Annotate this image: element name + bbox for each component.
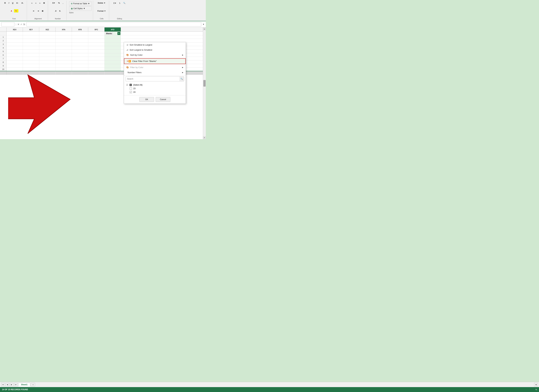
cell-0-xfa[interactable]	[56, 32, 72, 35]
cell-11-xfa[interactable]	[56, 71, 72, 75]
filter-cancel-button[interactable]: Cancel	[156, 97, 170, 102]
col-header-xfb[interactable]: XFB	[72, 27, 88, 32]
fill-button[interactable]: ⤵	[118, 1, 121, 5]
cell-2-xfb[interactable]	[72, 39, 88, 42]
sort-by-color-item[interactable]: 🎨 Sort by Color ▶	[124, 53, 186, 58]
cell-1-xez[interactable]	[39, 35, 56, 39]
align-center-button[interactable]: ≡	[34, 1, 37, 5]
item-24-checkbox[interactable]: ✓	[130, 91, 132, 93]
italic-button[interactable]: I	[8, 1, 10, 5]
cell-11-xfd[interactable]	[105, 71, 121, 75]
filter-ok-button[interactable]: OK	[139, 97, 154, 102]
percent-button[interactable]: %	[57, 1, 61, 5]
scroll-down-arrow[interactable]: ▼	[203, 136, 206, 139]
cell-4-xfd[interactable]	[105, 46, 121, 49]
cell-9-xfa[interactable]	[56, 64, 72, 68]
col-header-xez[interactable]: XEZ	[39, 27, 56, 32]
delete-button[interactable]: Delete ▼	[97, 1, 107, 5]
cell-7-xfa[interactable]	[56, 57, 72, 60]
cell-7-xfb[interactable]	[72, 57, 88, 60]
scroll-thumb[interactable]	[203, 80, 206, 87]
cell-6-xfc[interactable]	[88, 53, 105, 57]
merge-button[interactable]: ⊠	[41, 9, 44, 13]
cell-7-xex[interactable]	[6, 57, 23, 60]
cell-11-xez[interactable]	[39, 71, 56, 75]
select-all-checkbox[interactable]: ■	[130, 84, 132, 86]
scroll-up-arrow[interactable]: ▲	[203, 27, 206, 30]
format-as-table-button[interactable]: ⊞ Format as Table ▼	[69, 1, 92, 6]
cell-0-xfc[interactable]	[88, 32, 105, 35]
autosum-button[interactable]: Σ▼	[112, 1, 118, 5]
fx-icon[interactable]: fx	[23, 23, 25, 26]
cell-4-xfc[interactable]	[88, 46, 105, 49]
sort-largest-item[interactable]: ↓Z Sort Largest to Smallest	[124, 47, 186, 53]
cell-7-xfd[interactable]	[105, 57, 121, 60]
col-header-xex[interactable]: XEX	[6, 27, 23, 32]
decimal-dec-button[interactable]: 0.	[58, 9, 62, 13]
col-header-xfd[interactable]: XFD	[105, 27, 121, 32]
cell-0-xez[interactable]	[39, 32, 56, 35]
font-size-down-button[interactable]: A↓	[20, 1, 25, 5]
cell-11-xfb[interactable]	[72, 71, 88, 75]
cell-5-xfb[interactable]	[72, 50, 88, 53]
cell-10-xfd[interactable]	[105, 68, 121, 71]
cell-6-xez[interactable]	[39, 53, 56, 57]
formula-bar-expand-icon[interactable]: ▼	[202, 23, 204, 25]
search-icon[interactable]: 🔍	[179, 77, 184, 81]
cell-7-xey[interactable]	[23, 57, 39, 60]
font-color-button[interactable]: A	[10, 9, 13, 13]
cell-1-xfb[interactable]	[72, 35, 88, 39]
decimal-inc-button[interactable]: .0	[54, 9, 58, 13]
cancel-icon[interactable]: ✕	[18, 23, 19, 26]
cell-10-xfc[interactable]	[88, 68, 105, 71]
cell-5-xey[interactable]	[23, 50, 39, 53]
underline-button[interactable]: U	[11, 1, 14, 5]
cell-2-xez[interactable]	[39, 39, 56, 42]
increase-indent-button[interactable]: ⇥	[36, 9, 40, 13]
cell-11-xey[interactable]	[23, 71, 39, 75]
cell-3-xey[interactable]	[23, 43, 39, 46]
cell-0-xfd[interactable]: Blanks ▼	[105, 32, 121, 35]
cell-9-xey[interactable]	[23, 64, 39, 68]
align-right-button[interactable]: ≡	[38, 1, 42, 5]
cell-10-xfb[interactable]	[72, 68, 88, 71]
filter-select-all-item[interactable]: ☑ ■ (Select All)	[126, 83, 184, 87]
cell-0-xey[interactable]	[23, 32, 39, 35]
cell-5-xfd[interactable]	[105, 50, 121, 53]
cell-8-xey[interactable]	[23, 60, 39, 64]
cell-8-xez[interactable]	[39, 60, 56, 64]
cell-5-xfc[interactable]	[88, 50, 105, 53]
cell-0-xfb[interactable]	[72, 32, 88, 35]
cell-1-xfd[interactable]	[105, 35, 121, 39]
find-button[interactable]: 🔍	[122, 1, 127, 5]
currency-button[interactable]: $▼	[51, 1, 56, 5]
cell-4-xex[interactable]	[6, 46, 23, 49]
cell-5-xfa[interactable]	[56, 50, 72, 53]
align-left-button[interactable]: ≡	[30, 1, 34, 5]
number-filters-item[interactable]: Number Filters ▶	[124, 70, 186, 75]
cell-0-xex[interactable]	[6, 32, 23, 35]
filter-search-input[interactable]	[126, 77, 179, 81]
cell-4-xez[interactable]	[39, 46, 56, 49]
filter-item-23[interactable]: 23	[126, 87, 184, 90]
cell-3-xfa[interactable]	[56, 43, 72, 46]
cell-2-xfc[interactable]	[88, 39, 105, 42]
cell-3-xfc[interactable]	[88, 43, 105, 46]
cell-3-xez[interactable]	[39, 43, 56, 46]
cell-10-xez[interactable]	[39, 68, 56, 71]
cell-1-xex[interactable]	[6, 35, 23, 39]
cell-9-xfd[interactable]	[105, 64, 121, 68]
cell-4-xfa[interactable]	[56, 46, 72, 49]
cell-6-xfb[interactable]	[72, 53, 88, 57]
cell-11-xfc[interactable]	[88, 71, 105, 75]
cell-7-xfc[interactable]	[88, 57, 105, 60]
cell-2-xex[interactable]	[6, 39, 23, 42]
cell-3-xfd[interactable]	[105, 43, 121, 46]
cell-2-xfd[interactable]	[105, 39, 121, 42]
cell-9-xfb[interactable]	[72, 64, 88, 68]
cell-5-xez[interactable]	[39, 50, 56, 53]
name-box[interactable]	[1, 22, 14, 26]
filter-item-24[interactable]: ✓ 24	[126, 90, 184, 94]
cell-1-xey[interactable]	[23, 35, 39, 39]
fill-color-button[interactable]: 🎨	[14, 9, 19, 13]
